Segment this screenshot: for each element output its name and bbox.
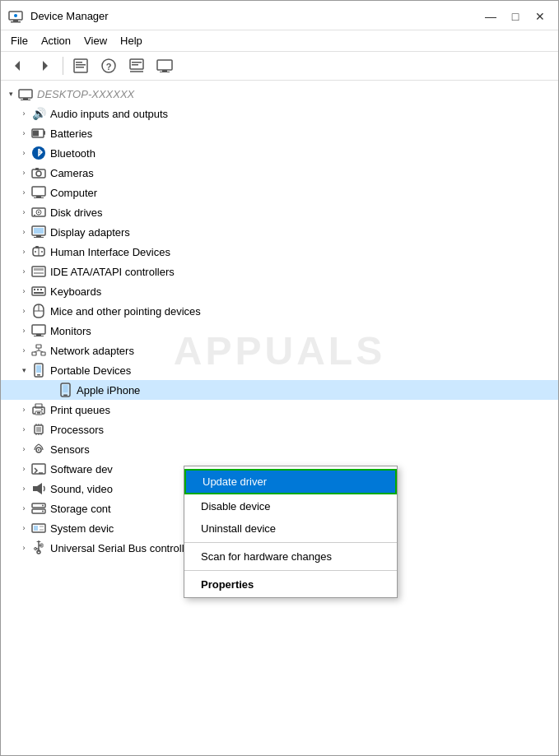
svg-rect-55 (32, 325, 45, 334)
svg-rect-2 (11, 21, 21, 23)
monitors-expand[interactable]: › (17, 324, 30, 337)
svg-rect-13 (132, 62, 142, 63)
audio-expand[interactable]: › (17, 107, 30, 120)
list-item[interactable]: › Display adapters (1, 222, 558, 242)
app-icon (7, 8, 24, 25)
svg-rect-24 (33, 131, 39, 137)
list-item[interactable]: › Human Interface Devices (1, 242, 558, 262)
display-icon (30, 224, 47, 240)
keyboards-expand[interactable]: › (17, 285, 30, 298)
ctx-uninstall-device[interactable]: Uninstall device (184, 517, 397, 540)
properties-button[interactable] (68, 54, 94, 77)
cameras-expand[interactable]: › (17, 166, 30, 179)
menu-view[interactable]: View (77, 32, 114, 49)
ctx-disable-device[interactable]: Disable device (184, 495, 397, 517)
svg-rect-39 (34, 228, 44, 234)
system-expand[interactable]: › (17, 522, 30, 535)
hid-expand[interactable]: › (17, 245, 30, 258)
svg-rect-65 (37, 374, 40, 376)
network-expand[interactable]: › (17, 344, 30, 357)
monitor-button[interactable] (151, 54, 178, 77)
audio-icon: 🔊 (30, 105, 47, 122)
back-button[interactable] (4, 54, 30, 77)
sensors-expand[interactable]: › (17, 443, 30, 456)
ctx-update-driver[interactable]: Update driver (184, 469, 397, 494)
svg-point-34 (38, 211, 40, 213)
usb-expand[interactable]: › (17, 541, 30, 554)
list-item[interactable]: › Batteries (1, 123, 558, 143)
svg-rect-35 (34, 215, 35, 216)
disk-expand[interactable]: › (17, 206, 30, 219)
cameras-label: Cameras (50, 167, 94, 179)
list-item[interactable]: › Processors (1, 420, 558, 439)
svg-rect-37 (36, 235, 41, 237)
batteries-expand[interactable]: › (17, 127, 30, 140)
portable-label: Portable Devices (50, 364, 131, 377)
iphone-icon (57, 382, 73, 398)
computer-expand[interactable]: › (17, 186, 30, 199)
forward-button[interactable] (32, 54, 58, 77)
menu-action[interactable]: Action (35, 32, 77, 49)
portable-expand[interactable]: ▾ (17, 364, 30, 377)
ide-expand[interactable]: › (17, 265, 30, 278)
storage-expand[interactable]: › (17, 502, 30, 515)
svg-rect-7 (76, 62, 82, 63)
bluetooth-expand[interactable]: › (17, 146, 30, 160)
disk-label: Disk drives (50, 206, 103, 219)
printq-expand[interactable]: › (17, 403, 30, 416)
display-expand[interactable]: › (17, 225, 30, 239)
list-item[interactable]: › Sensors (1, 439, 558, 459)
list-item[interactable]: › Keyboards (1, 281, 558, 301)
ide-icon (30, 263, 47, 280)
svg-point-3 (14, 14, 17, 17)
maximize-button[interactable]: □ (504, 7, 527, 26)
ctx-scan-hardware[interactable]: Scan for hardware changes (184, 545, 397, 568)
svg-point-85 (38, 449, 40, 451)
list-item[interactable]: › IDE ATA/ATAPI controllers (1, 262, 558, 281)
list-item[interactable]: ▾ Portable Devices (1, 360, 558, 380)
mice-label: Mice and other pointing devices (50, 305, 201, 318)
details-button[interactable] (123, 54, 150, 77)
system-label: System devic (50, 522, 114, 535)
svg-rect-30 (36, 196, 41, 197)
software-expand[interactable]: › (17, 462, 30, 475)
audio-label: Audio inputs and outputs (50, 108, 168, 120)
help-button[interactable]: ? (95, 54, 122, 77)
mice-icon (30, 303, 47, 319)
root-collapse-btn[interactable]: ▾ (4, 87, 17, 100)
list-item[interactable]: › Monitors (1, 321, 558, 341)
tree-root[interactable]: ▾ DESKTOP-XXXXXX (1, 84, 558, 104)
sound-expand[interactable]: › (17, 482, 30, 495)
close-button[interactable]: ✕ (529, 7, 552, 26)
svg-rect-19 (19, 90, 32, 98)
svg-text:?: ? (106, 62, 112, 72)
svg-point-91 (42, 505, 44, 507)
svg-marker-98 (36, 540, 41, 542)
processors-expand[interactable]: › (17, 423, 30, 436)
list-item[interactable]: › Bluetooth (1, 143, 558, 163)
svg-rect-8 (76, 64, 86, 66)
list-item[interactable]: › Network adapters (1, 341, 558, 360)
menu-file[interactable]: File (4, 32, 35, 49)
ctx-properties[interactable]: Properties (184, 573, 397, 596)
minimize-button[interactable]: — (479, 7, 502, 26)
list-item[interactable]: › Disk drives (1, 202, 558, 222)
svg-rect-68 (63, 395, 68, 397)
list-item[interactable]: › Cameras (1, 163, 558, 183)
svg-rect-14 (132, 64, 138, 66)
list-item[interactable]: › 🔊 Audio inputs and outputs (1, 104, 558, 123)
printq-icon (30, 401, 47, 418)
mice-expand[interactable]: › (17, 304, 30, 318)
menu-help[interactable]: Help (114, 32, 149, 49)
keyboards-label: Keyboards (50, 285, 101, 298)
list-item[interactable]: › Apple iPhone (1, 380, 558, 400)
root-icon (17, 86, 34, 102)
svg-rect-60 (41, 352, 45, 355)
tree-area[interactable]: APPUALS ▾ DESKTOP-XXXXXX › 🔊 Audio input… (1, 81, 558, 755)
list-item[interactable]: › Print queues (1, 400, 558, 420)
iphone-label: Apple iPhone (77, 384, 140, 397)
list-item[interactable]: › Mice and other pointing devices (1, 301, 558, 321)
svg-rect-88 (33, 486, 37, 491)
list-item[interactable]: › Computer (1, 183, 558, 202)
processors-label: Processors (50, 424, 104, 436)
